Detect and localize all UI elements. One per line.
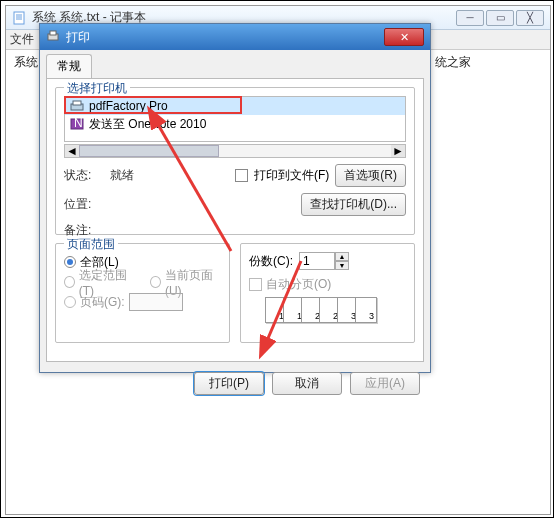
scroll-right-button[interactable]: ► <box>391 145 405 157</box>
printer-device-icon <box>69 99 85 113</box>
collate-checkbox <box>249 278 262 291</box>
collate-label: 自动分页(O) <box>266 276 331 293</box>
printer-group: 选择打印机 pdfFactory Pro N 发送至 OneNote 2010 … <box>55 87 415 235</box>
maximize-button[interactable]: ▭ <box>486 10 514 26</box>
printer-scrollbar[interactable]: ◄ ► <box>64 144 406 158</box>
copies-input[interactable] <box>299 252 335 270</box>
printer-item-label: pdfFactory Pro <box>89 99 168 113</box>
printer-item-pdffactory[interactable]: pdfFactory Pro <box>65 97 405 115</box>
notepad-icon <box>12 10 28 26</box>
cancel-button[interactable]: 取消 <box>272 372 342 395</box>
apply-button: 应用(A) <box>350 372 420 395</box>
dialog-title: 打印 <box>66 29 384 46</box>
printer-item-label: 发送至 OneNote 2010 <box>89 116 206 133</box>
scroll-thumb[interactable] <box>79 145 219 157</box>
location-label: 位置: <box>64 196 104 213</box>
status-value: 就绪 <box>110 167 229 184</box>
svg-rect-5 <box>50 31 56 35</box>
svg-text:N: N <box>74 118 83 130</box>
dialog-close-button[interactable]: ✕ <box>384 28 424 46</box>
printer-group-legend: 选择打印机 <box>64 80 130 97</box>
printer-icon <box>46 29 62 45</box>
onenote-icon: N <box>69 117 85 131</box>
preferences-button[interactable]: 首选项(R) <box>335 164 406 187</box>
find-printer-button[interactable]: 查找打印机(D)... <box>301 193 406 216</box>
page-range-legend: 页面范围 <box>64 236 118 253</box>
close-button[interactable]: ╳ <box>516 10 544 26</box>
spin-down-button[interactable]: ▼ <box>335 261 349 270</box>
range-all-radio[interactable] <box>64 256 76 268</box>
range-current-page-radio <box>150 276 161 288</box>
svg-rect-7 <box>73 101 81 105</box>
tab-general[interactable]: 常规 <box>46 54 92 78</box>
dialog-body: 选择打印机 pdfFactory Pro N 发送至 OneNote 2010 … <box>46 78 424 362</box>
copies-label: 份数(C): <box>249 253 293 270</box>
range-pages-label: 页码(G): <box>80 294 125 311</box>
svg-rect-0 <box>14 12 24 24</box>
dialog-actions: 打印(P) 取消 应用(A) <box>40 368 430 403</box>
scroll-left-button[interactable]: ◄ <box>65 145 79 157</box>
range-pages-input <box>129 293 183 311</box>
collate-illustration: 1 1 2 2 3 3 <box>269 297 406 323</box>
printer-item-onenote[interactable]: N 发送至 OneNote 2010 <box>65 115 405 133</box>
range-pages-radio <box>64 296 76 308</box>
body-text-left: 系统 <box>14 55 38 69</box>
print-button[interactable]: 打印(P) <box>194 372 264 395</box>
spin-up-button[interactable]: ▲ <box>335 252 349 261</box>
printer-list[interactable]: pdfFactory Pro N 发送至 OneNote 2010 <box>64 96 406 142</box>
menu-file[interactable]: 文件 <box>10 31 34 48</box>
print-to-file-checkbox[interactable] <box>235 169 248 182</box>
copies-group: 份数(C): ▲ ▼ 自动分页(O) 1 1 2 <box>240 243 415 343</box>
body-text-right: 统之家 <box>435 55 471 69</box>
dialog-titlebar[interactable]: 打印 ✕ <box>40 24 430 50</box>
minimize-button[interactable]: ─ <box>456 10 484 26</box>
print-dialog: 打印 ✕ 常规 选择打印机 pdfFactory Pro N 发送至 OneNo… <box>39 23 431 373</box>
dialog-tabs: 常规 <box>46 54 424 78</box>
print-to-file-label: 打印到文件(F) <box>254 167 329 184</box>
range-selection-radio <box>64 276 75 288</box>
page-icon: 3 <box>355 297 377 323</box>
page-range-group: 页面范围 全部(L) 选定范围(T) 当前页面(U) 页码(G): <box>55 243 230 343</box>
status-label: 状态: <box>64 167 104 184</box>
copies-spinner[interactable]: ▲ ▼ <box>299 252 349 270</box>
scroll-track[interactable] <box>79 145 391 157</box>
